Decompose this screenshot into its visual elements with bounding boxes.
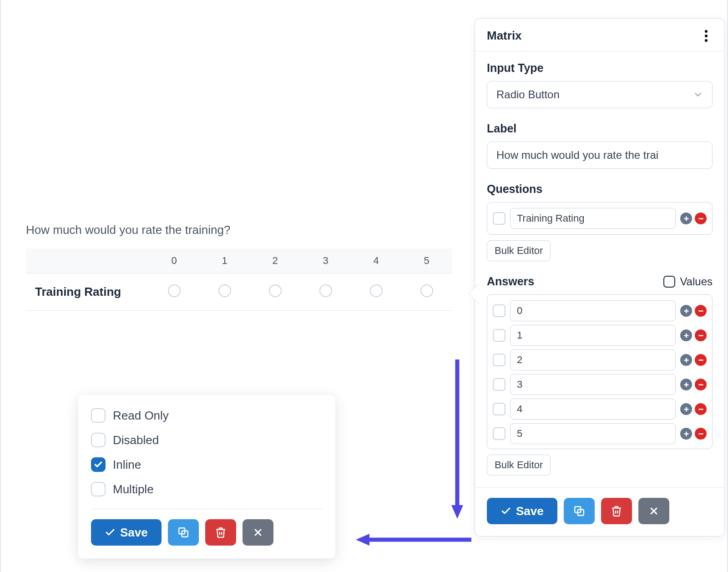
delete-answer-button[interactable]	[695, 305, 707, 317]
minus-icon	[698, 332, 704, 339]
questions-frame	[487, 202, 713, 235]
option-label: Multiple	[113, 482, 154, 496]
delete-answer-button[interactable]	[695, 428, 707, 440]
option-inline[interactable]: Inline	[91, 452, 323, 477]
delete-button[interactable]	[205, 519, 236, 546]
plus-icon	[683, 308, 690, 314]
answer-input-1[interactable]	[510, 325, 676, 346]
bulk-editor-answers-button[interactable]: Bulk Editor	[487, 455, 551, 476]
close-button[interactable]	[243, 519, 273, 546]
delete-answer-button[interactable]	[695, 354, 707, 366]
answer-handle[interactable]	[493, 329, 506, 342]
panel-pointer	[469, 283, 479, 304]
add-question-button[interactable]	[680, 213, 692, 224]
input-type-value: Radio Button	[496, 88, 560, 101]
close-button[interactable]	[638, 498, 669, 524]
delete-answer-button[interactable]	[695, 403, 707, 415]
add-answer-button[interactable]	[680, 354, 692, 366]
answer-input-4[interactable]	[510, 399, 676, 420]
add-answer-button[interactable]	[680, 329, 692, 341]
label-input[interactable]	[487, 142, 713, 169]
input-type-label: Input Type	[487, 61, 713, 75]
copy-icon	[177, 526, 189, 538]
annotation-arrow-left-icon	[356, 531, 471, 549]
save-button[interactable]: Save	[487, 498, 557, 524]
save-label: Save	[120, 526, 148, 540]
minus-icon	[698, 308, 704, 314]
option-disabled[interactable]: Disabled	[91, 428, 323, 452]
answer-row	[493, 374, 707, 395]
checkbox-read-only[interactable]	[91, 408, 106, 423]
values-checkbox[interactable]	[663, 276, 675, 288]
more-options-icon[interactable]	[700, 30, 713, 42]
add-answer-button[interactable]	[680, 403, 692, 415]
answer-handle[interactable]	[493, 378, 506, 391]
copy-button[interactable]	[564, 498, 595, 524]
radio-1[interactable]	[218, 284, 231, 297]
close-icon	[253, 527, 263, 538]
checkbox-disabled[interactable]	[91, 433, 106, 447]
radio-5[interactable]	[420, 284, 433, 297]
input-type-select[interactable]: Radio Button	[487, 81, 713, 108]
delete-button[interactable]	[601, 498, 632, 524]
add-answer-button[interactable]	[680, 305, 692, 317]
bulk-editor-questions-button[interactable]: Bulk Editor	[487, 240, 551, 261]
trash-icon	[611, 505, 622, 517]
divider	[91, 509, 323, 509]
option-label: Read Only	[113, 409, 169, 423]
question-input-0[interactable]	[510, 208, 676, 229]
answers-frame	[487, 294, 713, 449]
divider	[475, 487, 724, 488]
properties-panel: Matrix Input Type Radio Button Label Que…	[475, 18, 725, 537]
answer-input-0[interactable]	[510, 300, 676, 321]
answer-handle[interactable]	[493, 403, 506, 415]
option-label: Disabled	[113, 433, 159, 447]
close-icon	[648, 506, 659, 516]
canvas: How much would you rate the training? 0 …	[0, 0, 728, 572]
values-label: Values	[680, 275, 713, 288]
radio-2[interactable]	[269, 284, 282, 297]
delete-question-button[interactable]	[695, 213, 707, 224]
trash-icon	[215, 526, 227, 538]
answer-input-5[interactable]	[510, 423, 676, 444]
matrix-col-5: 5	[401, 248, 452, 273]
svg-marker-30	[451, 505, 463, 519]
add-answer-button[interactable]	[680, 428, 692, 440]
check-icon	[94, 460, 103, 469]
plus-icon	[683, 430, 690, 437]
label-label: Label	[487, 122, 713, 135]
plus-icon	[683, 406, 690, 413]
delete-answer-button[interactable]	[695, 379, 707, 390]
radio-3[interactable]	[319, 284, 332, 297]
popover-actions: Save	[91, 519, 323, 546]
minus-icon	[698, 357, 704, 364]
minus-icon	[698, 381, 704, 388]
question-row	[493, 208, 707, 229]
panel-title: Matrix	[487, 29, 522, 43]
values-toggle[interactable]: Values	[663, 275, 713, 288]
save-button[interactable]: Save	[91, 519, 162, 546]
checkbox-multiple[interactable]	[91, 482, 106, 496]
add-answer-button[interactable]	[680, 379, 692, 390]
radio-0[interactable]	[168, 284, 181, 297]
copy-button[interactable]	[168, 519, 199, 546]
answer-handle[interactable]	[493, 427, 506, 440]
check-icon	[500, 506, 511, 516]
minus-icon	[698, 406, 704, 413]
answer-input-3[interactable]	[510, 374, 676, 395]
delete-answer-button[interactable]	[695, 329, 707, 341]
answer-row	[493, 349, 707, 370]
answer-row	[493, 423, 707, 444]
checkbox-inline[interactable]	[91, 457, 106, 472]
option-multiple[interactable]: Multiple	[91, 477, 323, 501]
panel-actions: Save	[487, 498, 713, 524]
option-read-only[interactable]: Read Only	[91, 403, 323, 428]
question-handle[interactable]	[493, 212, 506, 225]
answer-handle[interactable]	[493, 304, 506, 317]
answer-input-2[interactable]	[510, 349, 676, 370]
answer-handle[interactable]	[493, 354, 506, 366]
questions-label: Questions	[487, 182, 713, 196]
svg-marker-32	[356, 534, 369, 546]
save-label: Save	[516, 504, 544, 518]
radio-4[interactable]	[370, 284, 383, 297]
